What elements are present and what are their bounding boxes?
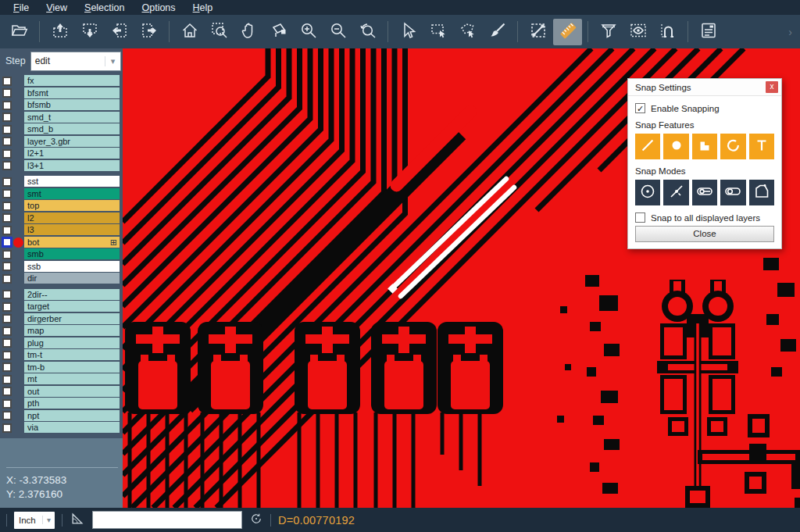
layer-label[interactable]: pth (24, 398, 120, 409)
brush-select-button[interactable] (483, 19, 512, 45)
layer-visibility-checkbox[interactable] (2, 177, 12, 187)
mode-center-button[interactable] (635, 180, 660, 205)
pan-hand-button[interactable] (234, 19, 263, 45)
menu-view[interactable]: View (39, 2, 74, 14)
layer-label[interactable]: sst (24, 176, 120, 187)
zoom-in-button[interactable] (294, 19, 323, 45)
layer-visibility-checkbox[interactable] (2, 161, 12, 170)
layer-visibility-checkbox[interactable] (2, 88, 12, 98)
measure-line-button[interactable] (523, 19, 552, 45)
layer-visibility-checkbox[interactable] (2, 149, 12, 159)
menu-file[interactable]: File (6, 2, 36, 14)
filter-button[interactable] (594, 19, 623, 45)
layer-label[interactable]: target (24, 301, 120, 312)
shift-right-button[interactable] (134, 19, 163, 45)
snap-all-layers-checkbox[interactable] (635, 212, 645, 223)
toolbar-overflow-chevron[interactable]: › (788, 26, 795, 38)
layer-visibility-checkbox[interactable] (2, 387, 12, 396)
zoom-out-button[interactable] (323, 19, 352, 45)
layer-visibility-checkbox[interactable] (2, 362, 12, 372)
mode-closest-point-button[interactable] (663, 180, 688, 205)
layer-visibility-checkbox[interactable] (2, 351, 12, 360)
layer-label[interactable]: layer_3.gbr (24, 136, 120, 147)
show-hide-button[interactable] (623, 19, 652, 45)
layer-label[interactable]: bot⊞ (24, 237, 120, 248)
layer-label[interactable]: l3 (24, 224, 120, 235)
layer-label[interactable]: smd_t (24, 112, 120, 123)
layer-visibility-checkbox[interactable] (2, 112, 12, 122)
refresh-icon[interactable] (249, 512, 263, 529)
layer-label[interactable]: npt (24, 410, 120, 421)
layer-label[interactable]: smd_b (24, 123, 120, 134)
snap-settings-button[interactable] (653, 19, 682, 45)
select-polygon-button[interactable] (453, 19, 482, 45)
layer-label[interactable]: smb (24, 248, 120, 259)
snap-arc-button[interactable] (720, 134, 745, 159)
layer-label[interactable]: 2dir-- (24, 289, 120, 300)
shift-down-button[interactable] (75, 19, 104, 45)
layer-visibility-checkbox[interactable] (2, 302, 12, 312)
layer-visibility-checkbox[interactable] (2, 101, 12, 110)
layers-list-button[interactable] (694, 19, 723, 45)
layer-label[interactable]: map (24, 325, 120, 336)
zoom-previous-button[interactable] (353, 19, 382, 45)
layer-label[interactable]: top (24, 200, 120, 211)
layer-label[interactable]: bfsmt (24, 87, 120, 98)
zoom-window-button[interactable] (205, 19, 234, 45)
layer-visibility-checkbox[interactable] (2, 125, 12, 134)
snap-pad-corner-button[interactable] (692, 134, 717, 159)
open-file-button[interactable] (5, 19, 34, 45)
layer-visibility-checkbox[interactable] (2, 77, 12, 86)
layer-visibility-checkbox[interactable] (2, 314, 12, 323)
snap-line-button[interactable] (635, 134, 660, 159)
snap-pad-round-button[interactable] (663, 134, 688, 159)
ruler-measure-button[interactable] (553, 19, 582, 45)
zoom-dynamic-button[interactable] (264, 19, 293, 45)
layer-visibility-checkbox[interactable] (2, 375, 12, 384)
menu-options[interactable]: Options (134, 2, 182, 14)
shift-left-button[interactable] (105, 19, 134, 45)
layer-visibility-checkbox[interactable] (2, 202, 12, 211)
layer-label[interactable]: mt (24, 373, 120, 384)
step-dropdown[interactable]: edit ▾ (30, 52, 121, 71)
angle-measure-icon[interactable] (70, 511, 85, 530)
layer-label[interactable]: l3+1 (24, 160, 120, 171)
unit-dropdown[interactable]: Inch ▾ (14, 512, 55, 529)
layer-label[interactable]: dir (24, 273, 120, 284)
layer-label[interactable]: plug (24, 337, 120, 348)
layer-visibility-checkbox[interactable] (2, 290, 12, 299)
layer-label[interactable]: l2+1 (24, 148, 120, 159)
layer-visibility-checkbox[interactable] (2, 226, 12, 235)
mode-slot-left-button[interactable] (692, 180, 717, 205)
layer-label[interactable]: out (24, 386, 120, 397)
mode-contour-button[interactable] (749, 180, 774, 205)
dialog-close-button[interactable]: Close (635, 226, 774, 242)
layer-label[interactable]: tm-b (24, 362, 120, 373)
layer-visibility-checkbox[interactable] (2, 250, 12, 259)
layer-label[interactable]: l2 (24, 212, 120, 223)
layer-visibility-checkbox[interactable] (2, 137, 12, 146)
snap-text-button[interactable] (749, 134, 774, 159)
enable-snapping-checkbox[interactable]: ✓ (635, 103, 645, 113)
dialog-titlebar[interactable]: Snap Settings x (628, 79, 781, 96)
layer-label[interactable]: tm-t (24, 349, 120, 360)
mode-slot-right-button[interactable] (720, 180, 745, 205)
shift-up-button[interactable] (45, 19, 74, 45)
pcb-canvas[interactable]: Snap Settings x ✓ Enable Snapping Snap F… (123, 48, 800, 508)
dialog-close-x-button[interactable]: x (766, 81, 778, 93)
layer-label[interactable]: fx (24, 75, 120, 86)
layer-visibility-checkbox[interactable] (2, 423, 12, 433)
layer-label[interactable]: dirgerber (24, 313, 120, 324)
layer-visibility-checkbox[interactable] (2, 399, 12, 409)
layer-visibility-checkbox[interactable] (2, 411, 12, 420)
layer-visibility-checkbox[interactable] (2, 213, 12, 223)
layer-visibility-checkbox[interactable] (2, 338, 12, 348)
layer-visibility-checkbox[interactable] (2, 327, 12, 336)
layer-label[interactable]: bfsmb (24, 99, 120, 110)
layer-visibility-checkbox[interactable] (2, 274, 12, 284)
layer-visibility-checkbox[interactable] (2, 262, 12, 271)
layer-label[interactable]: ssb (24, 261, 120, 272)
home-view-button[interactable] (175, 19, 204, 45)
measure-input[interactable] (92, 511, 242, 529)
select-arrow-button[interactable] (394, 19, 423, 45)
